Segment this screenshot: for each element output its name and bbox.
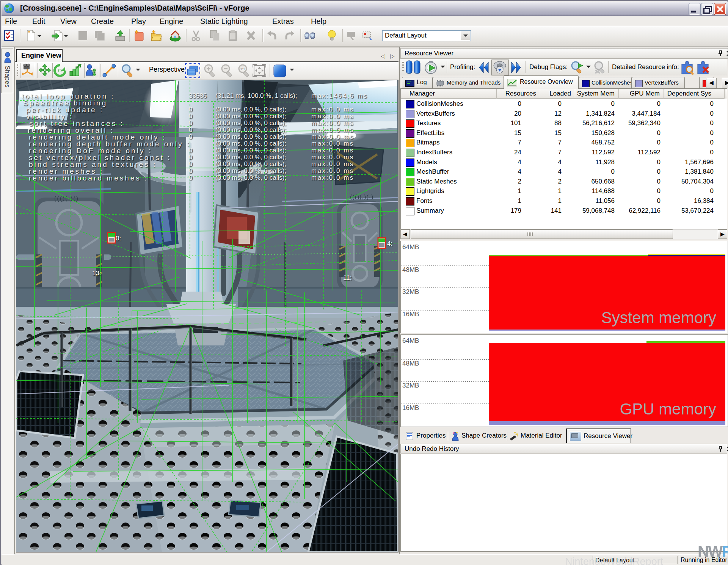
svg-text:1:1: 1:1 xyxy=(240,67,245,71)
